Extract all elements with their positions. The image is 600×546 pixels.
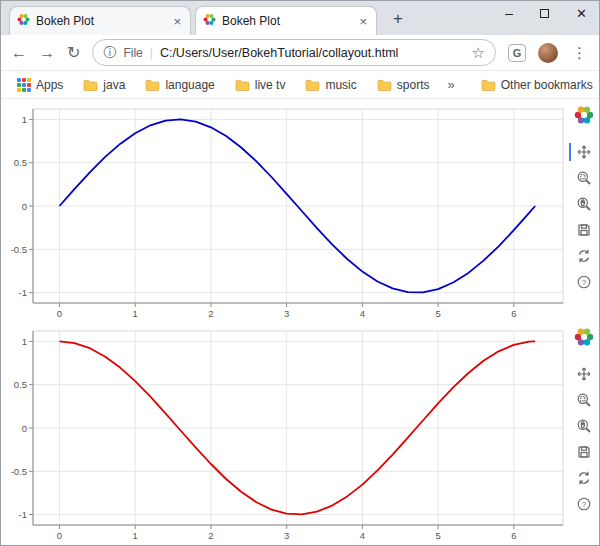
svg-text:-0.5: -0.5 (11, 466, 27, 477)
tab-title: Bokeh Plot (36, 14, 165, 28)
svg-text:?: ? (582, 500, 587, 509)
page-content: 0123456-1-0.500.51 (1, 99, 599, 546)
folder-icon (145, 79, 160, 91)
tab-close-icon[interactable]: × (171, 14, 183, 29)
folder-icon (305, 79, 320, 91)
tab-bokeh-plot-2[interactable]: Bokeh Plot × (195, 6, 377, 35)
close-window-button[interactable]: ✕ (576, 6, 587, 21)
svg-text:5: 5 (435, 308, 440, 319)
forward-icon[interactable]: → (39, 45, 55, 61)
reload-icon[interactable]: ↻ (67, 45, 80, 61)
cosine-plot-canvas[interactable]: 0123456-1-0.500.51 (5, 324, 569, 544)
svg-text:0: 0 (22, 423, 27, 434)
bookmark-label: sports (397, 78, 430, 92)
svg-text:1: 1 (133, 308, 138, 319)
folder-icon (235, 79, 250, 91)
wheel-zoom-tool-icon[interactable] (574, 416, 594, 436)
folder-icon (83, 79, 98, 91)
svg-text:-0.5: -0.5 (11, 244, 27, 255)
svg-text:0: 0 (57, 308, 62, 319)
bokeh-favicon-icon (203, 12, 216, 30)
window-controls: – ✕ (505, 1, 587, 25)
bookmark-star-icon[interactable]: ☆ (472, 44, 485, 62)
box-zoom-tool-icon[interactable] (574, 390, 594, 410)
profile-avatar[interactable] (538, 43, 558, 63)
apps-grid-icon (17, 78, 31, 92)
box-zoom-tool-icon[interactable] (574, 168, 594, 188)
svg-text:?: ? (582, 278, 587, 287)
tab-close-icon[interactable]: × (357, 14, 369, 29)
tab-strip: Bokeh Plot × Bokeh Plot × + – ✕ (1, 1, 599, 35)
bokeh-logo-icon[interactable] (574, 327, 594, 351)
browser-menu-icon[interactable]: ⋮ (570, 44, 589, 62)
svg-text:6: 6 (511, 308, 516, 319)
svg-text:1: 1 (22, 114, 27, 125)
bookmark-label: live tv (255, 78, 286, 92)
pan-tool-icon[interactable] (574, 364, 594, 384)
sine-plot-row: 0123456-1-0.500.51 (5, 102, 599, 324)
bookmark-folder-language[interactable]: language (139, 76, 220, 94)
bookmark-label: java (103, 78, 125, 92)
svg-text:-1: -1 (19, 509, 27, 520)
reset-tool-icon[interactable] (574, 246, 594, 266)
bokeh-toolbar-bottom: ? (569, 324, 599, 517)
help-tool-icon[interactable]: ? (574, 494, 594, 514)
help-tool-icon[interactable]: ? (574, 272, 594, 292)
svg-text:-1: -1 (19, 287, 27, 298)
cosine-plot-row: 0123456-1-0.500.51 (5, 324, 599, 546)
svg-text:0: 0 (22, 201, 27, 212)
bookmark-label: music (325, 78, 356, 92)
other-bookmarks-folder[interactable]: Other bookmarks (475, 76, 599, 94)
bokeh-favicon-icon (17, 12, 30, 30)
svg-text:0.5: 0.5 (14, 379, 27, 390)
svg-text:2: 2 (208, 308, 213, 319)
svg-text:6: 6 (511, 530, 516, 541)
tab-title: Bokeh Plot (222, 14, 351, 28)
new-tab-button[interactable]: + (389, 9, 407, 29)
minimize-button[interactable]: – (505, 8, 513, 18)
save-tool-icon[interactable] (574, 220, 594, 240)
bookmark-label: language (165, 78, 214, 92)
address-bar[interactable]: ⓘ File | C:/Users/User/BokehTutorial/col… (92, 39, 496, 66)
back-icon[interactable]: ← (11, 45, 27, 61)
bookmarks-bar: Apps java language live tv music sports … (1, 71, 599, 99)
wheel-zoom-tool-icon[interactable] (574, 194, 594, 214)
page-info-icon[interactable]: ⓘ (103, 44, 116, 62)
tab-bokeh-plot-1[interactable]: Bokeh Plot × (9, 6, 191, 35)
svg-text:4: 4 (360, 530, 365, 541)
svg-text:4: 4 (360, 308, 365, 319)
svg-text:3: 3 (284, 308, 289, 319)
svg-text:1: 1 (133, 530, 138, 541)
svg-text:3: 3 (284, 530, 289, 541)
folder-icon (377, 79, 392, 91)
navigation-toolbar: ← → ↻ ⓘ File | C:/Users/User/BokehTutori… (1, 35, 599, 71)
bookmark-folder-sports[interactable]: sports (371, 76, 436, 94)
reset-tool-icon[interactable] (574, 468, 594, 488)
bokeh-toolbar-top: ? (569, 102, 599, 295)
bookmark-folder-java[interactable]: java (77, 76, 131, 94)
svg-text:2: 2 (208, 530, 213, 541)
bookmarks-overflow-icon[interactable]: » (443, 77, 458, 92)
bokeh-logo-icon[interactable] (574, 105, 594, 129)
svg-text:0: 0 (57, 530, 62, 541)
save-tool-icon[interactable] (574, 442, 594, 462)
scheme-label: File (123, 46, 142, 60)
svg-text:5: 5 (435, 530, 440, 541)
apps-label: Apps (36, 78, 63, 92)
apps-shortcut[interactable]: Apps (11, 76, 69, 94)
svg-text:0.5: 0.5 (14, 157, 27, 168)
folder-icon (481, 79, 496, 91)
browser-window: Bokeh Plot × Bokeh Plot × + – ✕ ← → ↻ ⓘ … (0, 0, 600, 546)
sine-plot-canvas[interactable]: 0123456-1-0.500.51 (5, 102, 569, 322)
maximize-button[interactable] (540, 9, 549, 18)
bookmark-folder-music[interactable]: music (299, 76, 362, 94)
bookmark-folder-live-tv[interactable]: live tv (229, 76, 292, 94)
pan-tool-icon[interactable] (574, 142, 594, 162)
svg-text:1: 1 (22, 336, 27, 347)
scheme-separator: | (150, 46, 153, 60)
url-text[interactable]: C:/Users/User/BokehTutorial/collayout.ht… (160, 46, 465, 60)
other-bookmarks-label: Other bookmarks (501, 78, 593, 92)
extension-badge[interactable]: G (508, 44, 526, 62)
